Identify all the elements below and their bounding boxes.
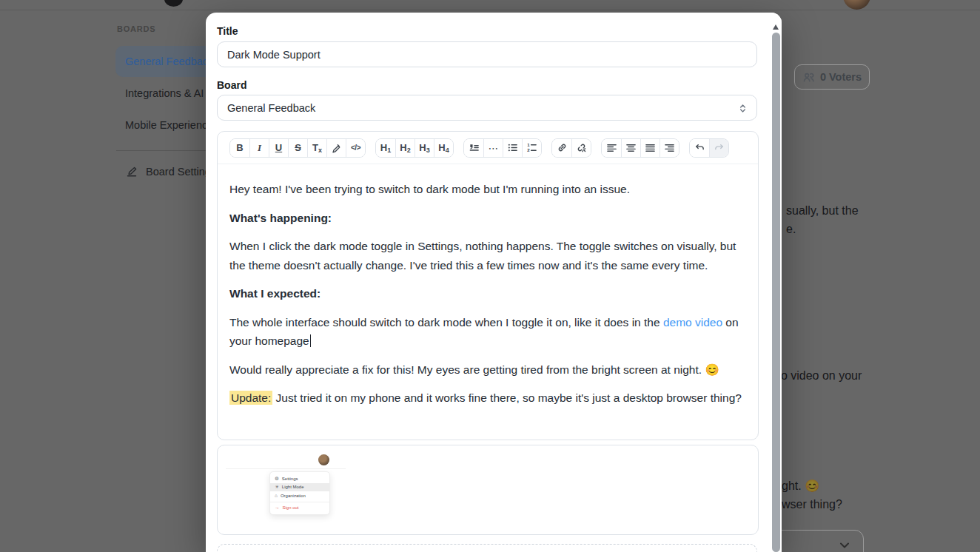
- align-left-button[interactable]: [602, 139, 621, 157]
- code-button[interactable]: </>: [346, 139, 365, 157]
- bullet-list-icon: [507, 142, 518, 153]
- editor-paragraph: When I click the dark mode toggle in Set…: [229, 237, 746, 275]
- screenshot-menu-item-light-mode: ☀ Light Mode: [270, 483, 329, 492]
- select-stepper-icon: [737, 103, 748, 114]
- screenshot-menu-divider: [270, 502, 329, 502]
- sidebar-section-label: BOARDS: [117, 24, 155, 33]
- bg-post-text-fragment: no video on your: [774, 366, 862, 386]
- bg-post-text-fragment: ght. 😊: [782, 477, 819, 496]
- editor-heading: What I expected:: [229, 284, 746, 303]
- scrollbar-up-arrow[interactable]: [773, 24, 779, 30]
- voters-count-label: 0 Voters: [820, 71, 862, 83]
- screenshot-menu-item-sign-out: → Sign out: [270, 504, 329, 513]
- horizontal-rule-button[interactable]: ⋯: [483, 139, 503, 157]
- strikethrough-button[interactable]: S: [288, 139, 307, 157]
- align-justify-icon: [645, 142, 656, 153]
- sidebar-item-mobile-experience[interactable]: Mobile Experience: [125, 119, 213, 131]
- align-justify-button[interactable]: [640, 139, 660, 157]
- screenshot-dropdown-menu: ⚙ Settings ☀ Light Mode ⌂ Organization →: [269, 471, 330, 515]
- ordered-list-icon: 1 2: [526, 142, 537, 153]
- header-divider: [0, 10, 980, 10]
- header-user-avatar[interactable]: [843, 0, 870, 10]
- sign-out-icon: →: [275, 505, 280, 511]
- attached-screenshot-image: ⚙ Settings ☀ Light Mode ⌂ Organization →: [226, 448, 346, 533]
- title-field-label: Title: [217, 25, 238, 37]
- svg-text:1: 1: [527, 142, 530, 147]
- sidebar-divider: [116, 150, 206, 151]
- title-input[interactable]: [217, 41, 757, 67]
- screenshot-avatar: [318, 454, 329, 465]
- bullet-list-button[interactable]: [503, 139, 522, 157]
- undo-icon: [694, 142, 705, 153]
- smiley-emoji: 😊: [705, 363, 719, 376]
- heading1-button[interactable]: H1: [376, 139, 395, 157]
- heading2-button[interactable]: H2: [395, 139, 415, 157]
- align-center-button[interactable]: [621, 139, 640, 157]
- smiley-emoji: 😊: [805, 479, 819, 492]
- unlink-button[interactable]: [571, 139, 591, 157]
- sidebar-board-settings[interactable]: Board Settings: [126, 166, 216, 178]
- modal-scrollbar[interactable]: [770, 13, 782, 552]
- edit-post-modal: Title Board General Feedback B I U S Tx …: [206, 13, 782, 552]
- bold-button[interactable]: B: [230, 139, 249, 157]
- heading3-button[interactable]: H3: [415, 139, 434, 157]
- toolbar-group-blocks: ⋯ 1 2: [463, 138, 542, 158]
- bg-post-text-fragment: wser thing?: [782, 495, 842, 514]
- board-select[interactable]: General Feedback: [217, 95, 757, 121]
- unlink-icon: [576, 142, 587, 153]
- blockquote-button[interactable]: [464, 139, 483, 157]
- align-left-icon: [606, 142, 617, 153]
- link-button[interactable]: [552, 139, 571, 157]
- svg-text:2: 2: [527, 147, 530, 152]
- ordered-list-button[interactable]: 1 2: [522, 139, 541, 157]
- board-field-label: Board: [217, 79, 246, 91]
- pencil-icon: [126, 166, 138, 178]
- toolbar-group-headings: H1 H2 H3 H4: [375, 138, 454, 158]
- screenshot-menu-item-organization: ⌂ Organization: [270, 491, 329, 500]
- toolbar-group-align: [601, 138, 679, 158]
- gear-icon: ⚙: [275, 477, 279, 482]
- toolbar-group-history: [689, 138, 729, 158]
- align-center-icon: [625, 142, 637, 153]
- highlighter-icon: [331, 142, 342, 153]
- blockquote-icon: [469, 142, 480, 153]
- voters-button[interactable]: 0 Voters: [794, 64, 870, 90]
- screen: BOARDS General Feedback Integrations & A…: [0, 0, 980, 552]
- toolbar-group-links: [551, 138, 591, 158]
- underline-button[interactable]: U: [269, 139, 288, 157]
- chevron-down-icon: [838, 539, 851, 552]
- screenshot-header-line: [226, 468, 346, 469]
- redo-button[interactable]: [709, 139, 728, 157]
- sidebar-item-integrations[interactable]: Integrations & AI: [125, 87, 204, 99]
- align-right-button[interactable]: [660, 139, 679, 157]
- screenshot-menu-item-settings: ⚙ Settings: [270, 474, 329, 483]
- editor-paragraph: Hey team! I've been trying to switch to …: [229, 180, 746, 199]
- bg-post-text-fragment: sually, but the: [786, 201, 859, 221]
- bg-post-text-fragment: e.: [786, 220, 796, 239]
- building-icon: ⌂: [275, 494, 278, 499]
- highlight-button[interactable]: [326, 139, 346, 157]
- app-logo-partial: [164, 0, 183, 7]
- text-cursor: [310, 334, 312, 347]
- toolbar-group-inline: B I U S Tx </>: [229, 138, 366, 158]
- editor-toolbar: B I U S Tx </> H1 H2 H3 H4: [218, 132, 758, 164]
- board-select-value: General Feedback: [227, 102, 315, 114]
- file-upload-dropzone[interactable]: [217, 544, 757, 552]
- align-right-icon: [664, 142, 675, 153]
- attachment-preview-box: ⚙ Settings ☀ Light Mode ⌂ Organization →: [217, 445, 759, 535]
- scrollbar-thumb[interactable]: [772, 33, 780, 552]
- link-icon: [557, 142, 568, 153]
- sun-icon: ☀: [275, 485, 279, 490]
- editor-paragraph: Update: Just tried it on my phone and it…: [229, 388, 746, 408]
- redo-icon: [714, 142, 725, 153]
- clear-formatting-button[interactable]: Tx: [307, 139, 326, 157]
- heading4-button[interactable]: H4: [434, 139, 453, 157]
- editor-paragraph: The whole interface should switch to dar…: [229, 313, 746, 351]
- editor-heading: What's happening:: [229, 209, 746, 228]
- rich-text-editor: B I U S Tx </> H1 H2 H3 H4: [217, 131, 759, 440]
- editor-paragraph: Would really appreciate a fix for this! …: [229, 360, 746, 380]
- editor-content-area[interactable]: Hey team! I've been trying to switch to …: [218, 165, 758, 417]
- undo-button[interactable]: [690, 139, 709, 157]
- demo-video-link[interactable]: demo video: [663, 316, 722, 329]
- italic-button[interactable]: I: [249, 139, 269, 157]
